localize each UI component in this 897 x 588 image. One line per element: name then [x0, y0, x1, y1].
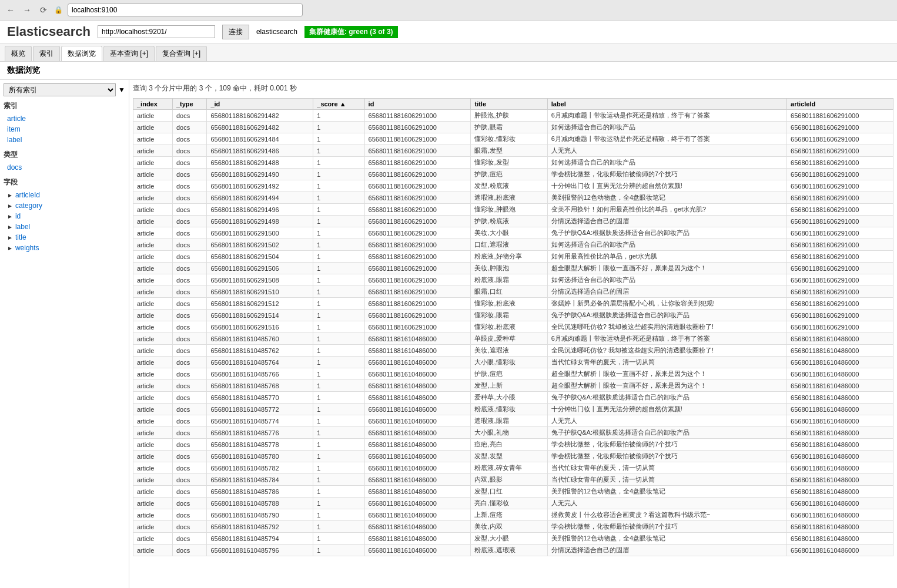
table-cell-id: 6568011881610486000 — [364, 380, 471, 392]
forward-button[interactable]: → — [21, 4, 33, 16]
table-row[interactable]: articledocs65680118816062915081656801188… — [133, 274, 893, 286]
sidebar-item-item[interactable]: item — [4, 124, 125, 135]
table-row[interactable]: articledocs65680118816104857901656801188… — [133, 509, 893, 521]
table-row[interactable]: articledocs65680118816104857701656801188… — [133, 392, 893, 404]
table-cell-label: 学会榜比微整，化妆师最怕被偷师的7个技巧 — [547, 521, 786, 533]
col-header-index[interactable]: _index — [133, 99, 173, 110]
table-cell-_id: 6568011881610485782 — [207, 462, 313, 474]
table-cell-articleId: 6568011881610486000 — [787, 345, 893, 357]
table-row[interactable]: articledocs65680118816062914921656801188… — [133, 180, 893, 192]
back-button[interactable]: ← — [5, 4, 16, 16]
server-url-input[interactable] — [98, 25, 215, 38]
table-cell-id: 6568011881610486000 — [364, 345, 471, 357]
col-header-label[interactable]: label — [547, 99, 786, 110]
sidebar: 所有索引 article item label ▼ 索引 article ite… — [0, 80, 129, 588]
table-row[interactable]: articledocs65680118816104857781656801188… — [133, 439, 893, 451]
table-row[interactable]: articledocs65680118816104857621656801188… — [133, 345, 893, 357]
table-row[interactable]: articledocs65680118816062915001656801188… — [133, 227, 893, 239]
table-row[interactable]: articledocs65680118816104857861656801188… — [133, 486, 893, 498]
table-cell-_score: 1 — [313, 298, 364, 310]
table-row[interactable]: articledocs65680118816062915061656801188… — [133, 263, 893, 274]
table-row[interactable]: articledocs65680118816104857801656801188… — [133, 451, 893, 462]
table-row[interactable]: articledocs65680118816062915161656801188… — [133, 321, 893, 333]
table-row[interactable]: articledocs65680118816104857821656801188… — [133, 462, 893, 474]
table-cell-_score: 1 — [313, 122, 364, 133]
content-area: 查询 3 个分片中用的 3 个，109 命中，耗时 0.001 秒 _index… — [129, 80, 897, 588]
table-row[interactable]: articledocs65680118816104857721656801188… — [133, 404, 893, 415]
field-category[interactable]: ► category — [4, 200, 125, 211]
tab-index[interactable]: 索引 — [33, 46, 60, 61]
index-select[interactable]: 所有索引 article item label — [4, 83, 116, 96]
table-row[interactable]: articledocs65680118816104857681656801188… — [133, 380, 893, 392]
table-row[interactable]: articledocs65680118816062914981656801188… — [133, 216, 893, 227]
table-row[interactable]: articledocs65680118816062914821656801188… — [133, 110, 893, 122]
field-articleId[interactable]: ► articleId — [4, 190, 125, 200]
table-cell-label: 如何用最高性价比的单品，get水光肌 — [547, 251, 786, 263]
table-row[interactable]: articledocs65680118816062915101656801188… — [133, 286, 893, 298]
table-row[interactable]: articledocs65680118816104857881656801188… — [133, 498, 893, 509]
table-cell-_type: docs — [172, 392, 206, 404]
table-row[interactable]: articledocs65680118816062915021656801188… — [133, 239, 893, 251]
table-cell-_id: 6568011881610485772 — [207, 404, 313, 415]
table-row[interactable]: articledocs65680118816104857761656801188… — [133, 427, 893, 439]
table-row[interactable]: articledocs65680118816062914881656801188… — [133, 157, 893, 169]
table-cell-articleId: 6568011881606291000 — [787, 298, 893, 310]
table-row[interactable]: articledocs65680118816104857961656801188… — [133, 545, 893, 556]
table-cell-title: 懂彩妆,粉底液 — [471, 321, 547, 333]
index-select-row: 所有索引 article item label ▼ — [4, 83, 125, 96]
field-arrow-icon: ► — [7, 224, 13, 230]
field-label-weights: weights — [15, 244, 39, 252]
col-header-docid[interactable]: id — [364, 99, 471, 110]
table-cell-_id: 6568011881610485766 — [207, 368, 313, 380]
table-row[interactable]: articledocs65680118816104857921656801188… — [133, 521, 893, 533]
table-row[interactable]: articledocs65680118816104857841656801188… — [133, 474, 893, 486]
table-row[interactable]: articledocs65680118816062914941656801188… — [133, 192, 893, 204]
table-cell-_type: docs — [172, 521, 206, 533]
table-cell-label: 学会榜比微整，化妆师最怕被偷师的7个技巧 — [547, 169, 786, 180]
tab-overview[interactable]: 概览 — [5, 46, 32, 61]
table-cell-_score: 1 — [313, 474, 364, 486]
table-row[interactable]: articledocs65680118816062914861656801188… — [133, 145, 893, 157]
table-row[interactable]: articledocs65680118816062914961656801188… — [133, 204, 893, 216]
table-cell-_id: 6568011881606291510 — [207, 286, 313, 298]
table-cell-title: 亮白,懂彩妆 — [471, 498, 547, 509]
table-row[interactable]: articledocs65680118816062915041656801188… — [133, 251, 893, 263]
tab-data-browse[interactable]: 数据浏览 — [61, 46, 102, 61]
col-header-id[interactable]: _id — [207, 99, 313, 110]
table-cell-_index: article — [133, 157, 173, 169]
table-cell-label: 美到报警的12色动物盘，全4盘眼妆笔记 — [547, 533, 786, 545]
table-row[interactable]: articledocs65680118816062914821656801188… — [133, 122, 893, 133]
table-row[interactable]: articledocs65680118816104857661656801188… — [133, 368, 893, 380]
col-header-type[interactable]: _type — [172, 99, 206, 110]
connect-button[interactable]: 连接 — [222, 25, 249, 39]
table-row[interactable]: articledocs65680118816062914901656801188… — [133, 169, 893, 180]
sidebar-item-article[interactable]: article — [4, 113, 125, 124]
table-row[interactable]: articledocs65680118816104857741656801188… — [133, 415, 893, 427]
sidebar-item-label[interactable]: label — [4, 135, 125, 145]
col-header-articleid[interactable]: articleId — [787, 99, 893, 110]
table-row[interactable]: articledocs65680118816062914841656801188… — [133, 133, 893, 145]
table-cell-_type: docs — [172, 486, 206, 498]
table-row[interactable]: articledocs65680118816062915121656801188… — [133, 298, 893, 310]
field-title[interactable]: ► title — [4, 232, 125, 243]
table-cell-_score: 1 — [313, 415, 364, 427]
table-cell-_type: docs — [172, 333, 206, 345]
table-row[interactable]: articledocs65680118816104857941656801188… — [133, 533, 893, 545]
table-cell-_index: article — [133, 404, 173, 415]
type-item-docs[interactable]: docs — [4, 162, 125, 173]
table-cell-label: 6月减肉难题丨带妆运动是作死还是精致，终于有了答案 — [547, 333, 786, 345]
table-cell-label: 十分钟出门妆丨直男无法分辨的超自然仿素颜! — [547, 404, 786, 415]
table-row[interactable]: articledocs65680118816062915141656801188… — [133, 310, 893, 321]
url-bar[interactable] — [68, 4, 303, 16]
table-row[interactable]: articledocs65680118816104857601656801188… — [133, 333, 893, 345]
field-label[interactable]: ► label — [4, 221, 125, 232]
reload-button[interactable]: ⟳ — [38, 4, 49, 16]
table-row[interactable]: articledocs65680118816104857641656801188… — [133, 357, 893, 368]
tab-complex-query[interactable]: 复合查询 [+] — [156, 46, 207, 61]
field-weights[interactable]: ► weights — [4, 243, 125, 253]
col-header-score[interactable]: _score ▲ — [313, 99, 364, 110]
field-id[interactable]: ► id — [4, 211, 125, 221]
table-cell-title: 遮瑕液,粉底液 — [471, 192, 547, 204]
tab-basic-query[interactable]: 基本查询 [+] — [103, 46, 155, 61]
col-header-title[interactable]: title — [471, 99, 547, 110]
